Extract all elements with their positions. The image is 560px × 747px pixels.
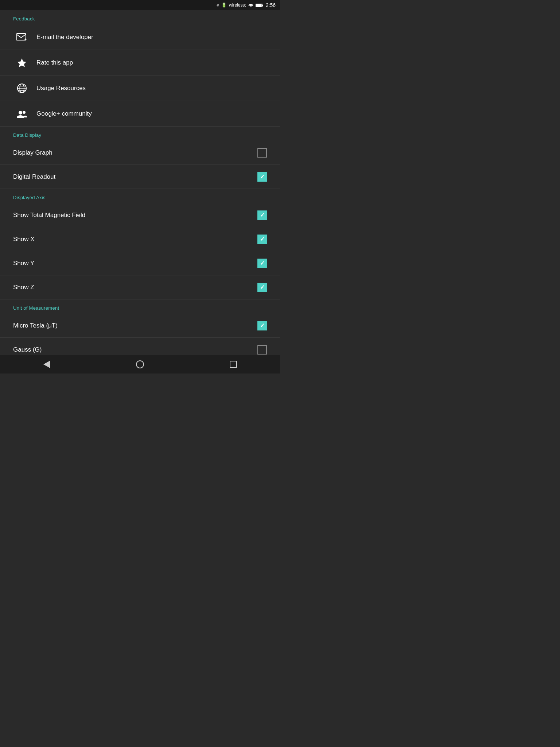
usage-resources-item[interactable]: Usage Resources [0, 76, 280, 101]
displayed-axis-section-header: Displayed Axis [0, 189, 280, 203]
svg-marker-7 [18, 58, 26, 67]
rate-app-label: Rate this app [36, 59, 267, 66]
home-icon [136, 360, 144, 368]
google-community-item[interactable]: + Google+ community [0, 101, 280, 127]
wifi-icon: wireless; [229, 3, 246, 8]
digital-readout-checkbox[interactable] [257, 172, 267, 182]
email-developer-item[interactable]: + E-mail the developer [0, 24, 280, 50]
battery-icon [256, 3, 264, 8]
email-developer-label: E-mail the developer [36, 34, 267, 41]
svg-point-13 [19, 111, 22, 115]
micro-tesla-item[interactable]: Micro Tesla (μT) [0, 314, 280, 338]
vibrate-icon: 🔋 [221, 3, 227, 8]
back-icon [43, 361, 50, 368]
display-graph-checkbox[interactable] [257, 148, 267, 158]
back-button[interactable] [36, 357, 58, 372]
recents-icon [230, 361, 237, 368]
show-x-label: Show X [13, 236, 257, 243]
group-icon: + [13, 105, 31, 123]
usage-resources-label: Usage Resources [36, 85, 267, 92]
show-z-checkbox[interactable] [257, 283, 267, 292]
micro-tesla-label: Micro Tesla (μT) [13, 322, 257, 329]
show-y-checkbox[interactable] [257, 259, 267, 268]
show-z-label: Show Z [13, 284, 257, 291]
google-community-label: Google+ community [36, 110, 267, 117]
gauss-checkbox[interactable] [257, 345, 267, 355]
home-button[interactable] [129, 357, 151, 372]
digital-readout-item[interactable]: Digital Readout [0, 165, 280, 189]
bottom-nav [0, 355, 280, 374]
display-graph-label: Display Graph [13, 149, 257, 156]
show-total-magnetic-field-checkbox[interactable] [257, 210, 267, 220]
gauss-label: Gauss (G) [13, 346, 257, 353]
unit-of-measurement-section-header: Unit of Measurement [0, 299, 280, 314]
recents-button[interactable] [222, 357, 244, 372]
show-y-item[interactable]: Show Y [0, 251, 280, 275]
svg-point-14 [23, 111, 26, 114]
star-icon [13, 54, 31, 71]
wifi-icon [248, 3, 253, 7]
gauss-item[interactable]: Gauss (G) [0, 338, 280, 355]
status-bar: ⎈ 🔋 wireless; 2:56 [0, 0, 280, 10]
show-y-label: Show Y [13, 260, 257, 267]
svg-text:+: + [16, 110, 18, 114]
show-total-magnetic-field-label: Show Total Magnetic Field [13, 212, 257, 219]
status-time: 2:56 [266, 2, 276, 8]
feedback-section-header: Feedback [0, 10, 280, 24]
svg-rect-4 [262, 5, 263, 6]
svg-rect-3 [256, 4, 261, 7]
data-display-section-header: Data Display [0, 127, 280, 141]
show-total-magnetic-field-item[interactable]: Show Total Magnetic Field [0, 203, 280, 227]
globe-icon [13, 80, 31, 97]
display-graph-item[interactable]: Display Graph [0, 141, 280, 165]
show-x-checkbox[interactable] [257, 235, 267, 244]
settings-content: Feedback + E-mail the developer Rate thi… [0, 10, 280, 355]
rate-app-item[interactable]: Rate this app [0, 50, 280, 76]
svg-text:+: + [24, 38, 27, 42]
show-x-item[interactable]: Show X [0, 227, 280, 251]
svg-point-0 [250, 7, 251, 8]
show-z-item[interactable]: Show Z [0, 275, 280, 299]
micro-tesla-checkbox[interactable] [257, 321, 267, 330]
email-icon: + [13, 28, 31, 46]
digital-readout-label: Digital Readout [13, 173, 257, 181]
bluetooth-icon: ⎈ [217, 3, 219, 8]
